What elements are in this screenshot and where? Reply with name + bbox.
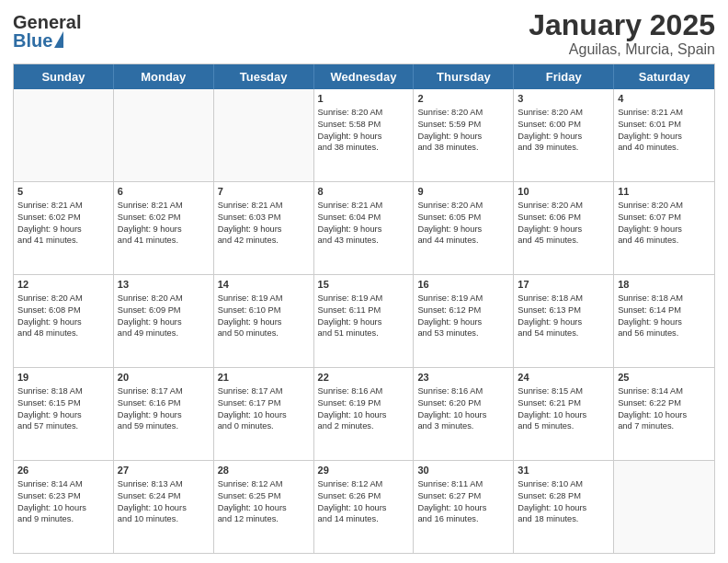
day-content: Sunrise: 8:14 AM Sunset: 6:22 PM Dayligh… <box>618 386 687 431</box>
cal-day-5: 5Sunrise: 8:21 AM Sunset: 6:02 PM Daylig… <box>14 182 114 274</box>
cal-day-4: 4Sunrise: 8:21 AM Sunset: 6:01 PM Daylig… <box>614 89 714 181</box>
logo-triangle-icon <box>54 31 63 48</box>
day-content: Sunrise: 8:19 AM Sunset: 6:12 PM Dayligh… <box>417 293 483 338</box>
day-number: 27 <box>118 464 210 477</box>
cal-day-31: 31Sunrise: 8:10 AM Sunset: 6:28 PM Dayli… <box>514 461 614 553</box>
day-content: Sunrise: 8:21 AM Sunset: 6:01 PM Dayligh… <box>618 108 683 152</box>
cal-day-2: 2Sunrise: 8:20 AM Sunset: 5:59 PM Daylig… <box>414 89 514 181</box>
day-number: 29 <box>318 464 410 477</box>
calendar-subtitle: Aguilas, Murcia, Spain <box>529 41 715 58</box>
logo-general: General <box>13 13 81 31</box>
day-content: Sunrise: 8:21 AM Sunset: 6:02 PM Dayligh… <box>17 201 83 245</box>
title-area: January 2025 Aguilas, Murcia, Spain <box>529 9 715 58</box>
day-content: Sunrise: 8:14 AM Sunset: 6:23 PM Dayligh… <box>17 479 86 523</box>
day-number: 22 <box>318 371 410 385</box>
cal-day-20: 20Sunrise: 8:17 AM Sunset: 6:16 PM Dayli… <box>114 368 214 460</box>
day-content: Sunrise: 8:19 AM Sunset: 6:11 PM Dayligh… <box>318 293 383 338</box>
logo-blue: Blue <box>13 31 52 50</box>
day-number: 28 <box>218 464 310 477</box>
cal-day-6: 6Sunrise: 8:21 AM Sunset: 6:02 PM Daylig… <box>114 182 214 274</box>
cal-day-17: 17Sunrise: 8:18 AM Sunset: 6:13 PM Dayli… <box>514 275 614 367</box>
day-content: Sunrise: 8:12 AM Sunset: 6:25 PM Dayligh… <box>218 479 287 523</box>
day-content: Sunrise: 8:20 AM Sunset: 6:08 PM Dayligh… <box>17 293 83 338</box>
cal-empty-cell <box>14 89 114 181</box>
day-content: Sunrise: 8:17 AM Sunset: 6:17 PM Dayligh… <box>218 386 287 431</box>
cal-day-11: 11Sunrise: 8:20 AM Sunset: 6:07 PM Dayli… <box>614 182 714 274</box>
cal-day-9: 9Sunrise: 8:20 AM Sunset: 6:05 PM Daylig… <box>414 182 514 274</box>
day-number: 5 <box>17 185 109 199</box>
day-number: 17 <box>518 278 609 292</box>
cal-day-21: 21Sunrise: 8:17 AM Sunset: 6:17 PM Dayli… <box>214 368 314 460</box>
calendar-header-row: SundayMondayTuesdayWednesdayThursdayFrid… <box>14 64 714 89</box>
day-number: 21 <box>218 371 310 385</box>
day-content: Sunrise: 8:20 AM Sunset: 5:59 PM Dayligh… <box>417 108 483 152</box>
day-number: 20 <box>118 371 210 385</box>
cal-day-28: 28Sunrise: 8:12 AM Sunset: 6:25 PM Dayli… <box>214 461 314 553</box>
day-content: Sunrise: 8:18 AM Sunset: 6:15 PM Dayligh… <box>17 386 83 431</box>
day-number: 26 <box>17 464 109 477</box>
day-number: 10 <box>518 185 609 199</box>
day-number: 3 <box>518 92 609 106</box>
cal-week-5: 26Sunrise: 8:14 AM Sunset: 6:23 PM Dayli… <box>14 461 714 553</box>
day-content: Sunrise: 8:21 AM Sunset: 6:02 PM Dayligh… <box>118 201 183 245</box>
cal-day-23: 23Sunrise: 8:16 AM Sunset: 6:20 PM Dayli… <box>414 368 514 460</box>
cal-header-wednesday: Wednesday <box>314 64 415 89</box>
day-number: 30 <box>417 464 509 477</box>
day-number: 31 <box>518 464 609 477</box>
day-content: Sunrise: 8:13 AM Sunset: 6:24 PM Dayligh… <box>118 479 187 523</box>
cal-header-friday: Friday <box>514 64 614 89</box>
cal-day-25: 25Sunrise: 8:14 AM Sunset: 6:22 PM Dayli… <box>614 368 714 460</box>
day-content: Sunrise: 8:16 AM Sunset: 6:20 PM Dayligh… <box>417 386 486 431</box>
day-content: Sunrise: 8:18 AM Sunset: 6:13 PM Dayligh… <box>518 293 583 338</box>
day-number: 16 <box>417 278 509 292</box>
cal-empty-cell <box>214 89 314 181</box>
cal-week-4: 19Sunrise: 8:18 AM Sunset: 6:15 PM Dayli… <box>14 368 714 461</box>
day-number: 25 <box>618 371 711 385</box>
day-content: Sunrise: 8:20 AM Sunset: 6:06 PM Dayligh… <box>518 201 583 245</box>
day-content: Sunrise: 8:18 AM Sunset: 6:14 PM Dayligh… <box>618 293 683 338</box>
day-content: Sunrise: 8:15 AM Sunset: 6:21 PM Dayligh… <box>518 386 586 431</box>
cal-day-30: 30Sunrise: 8:11 AM Sunset: 6:27 PM Dayli… <box>414 461 514 553</box>
cal-empty-cell <box>114 89 214 181</box>
cal-week-3: 12Sunrise: 8:20 AM Sunset: 6:08 PM Dayli… <box>14 275 714 368</box>
day-number: 24 <box>518 371 609 385</box>
day-number: 19 <box>17 371 109 385</box>
cal-header-monday: Monday <box>114 64 214 89</box>
day-content: Sunrise: 8:10 AM Sunset: 6:28 PM Dayligh… <box>518 479 586 523</box>
cal-day-13: 13Sunrise: 8:20 AM Sunset: 6:09 PM Dayli… <box>114 275 214 367</box>
cal-day-8: 8Sunrise: 8:21 AM Sunset: 6:04 PM Daylig… <box>314 182 415 274</box>
cal-day-27: 27Sunrise: 8:13 AM Sunset: 6:24 PM Dayli… <box>114 461 214 553</box>
day-content: Sunrise: 8:16 AM Sunset: 6:19 PM Dayligh… <box>318 386 387 431</box>
day-number: 15 <box>318 278 410 292</box>
day-number: 14 <box>218 278 310 292</box>
page: General Blue January 2025 Aguilas, Murci… <box>0 0 728 563</box>
cal-week-2: 5Sunrise: 8:21 AM Sunset: 6:02 PM Daylig… <box>14 182 714 275</box>
day-number: 12 <box>17 278 109 292</box>
calendar-body: 1Sunrise: 8:20 AM Sunset: 5:58 PM Daylig… <box>14 89 714 553</box>
cal-day-15: 15Sunrise: 8:19 AM Sunset: 6:11 PM Dayli… <box>314 275 415 367</box>
cal-header-saturday: Saturday <box>614 64 714 89</box>
cal-day-14: 14Sunrise: 8:19 AM Sunset: 6:10 PM Dayli… <box>214 275 314 367</box>
cal-day-24: 24Sunrise: 8:15 AM Sunset: 6:21 PM Dayli… <box>514 368 614 460</box>
cal-day-1: 1Sunrise: 8:20 AM Sunset: 5:58 PM Daylig… <box>314 89 415 181</box>
day-content: Sunrise: 8:21 AM Sunset: 6:03 PM Dayligh… <box>218 201 283 245</box>
day-content: Sunrise: 8:20 AM Sunset: 6:00 PM Dayligh… <box>518 108 583 152</box>
cal-day-12: 12Sunrise: 8:20 AM Sunset: 6:08 PM Dayli… <box>14 275 114 367</box>
day-number: 11 <box>618 185 711 199</box>
day-content: Sunrise: 8:21 AM Sunset: 6:04 PM Dayligh… <box>318 201 383 245</box>
cal-day-22: 22Sunrise: 8:16 AM Sunset: 6:19 PM Dayli… <box>314 368 415 460</box>
cal-day-29: 29Sunrise: 8:12 AM Sunset: 6:26 PM Dayli… <box>314 461 415 553</box>
day-number: 1 <box>318 92 410 106</box>
day-content: Sunrise: 8:17 AM Sunset: 6:16 PM Dayligh… <box>118 386 183 431</box>
day-content: Sunrise: 8:20 AM Sunset: 6:05 PM Dayligh… <box>417 201 483 245</box>
cal-day-3: 3Sunrise: 8:20 AM Sunset: 6:00 PM Daylig… <box>514 89 614 181</box>
cal-day-19: 19Sunrise: 8:18 AM Sunset: 6:15 PM Dayli… <box>14 368 114 460</box>
cal-day-26: 26Sunrise: 8:14 AM Sunset: 6:23 PM Dayli… <box>14 461 114 553</box>
day-number: 7 <box>218 185 310 199</box>
day-number: 4 <box>618 92 711 106</box>
calendar-title: January 2025 <box>529 9 715 41</box>
day-number: 9 <box>417 185 509 199</box>
cal-day-7: 7Sunrise: 8:21 AM Sunset: 6:03 PM Daylig… <box>214 182 314 274</box>
cal-header-tuesday: Tuesday <box>214 64 314 89</box>
day-content: Sunrise: 8:12 AM Sunset: 6:26 PM Dayligh… <box>318 479 387 523</box>
